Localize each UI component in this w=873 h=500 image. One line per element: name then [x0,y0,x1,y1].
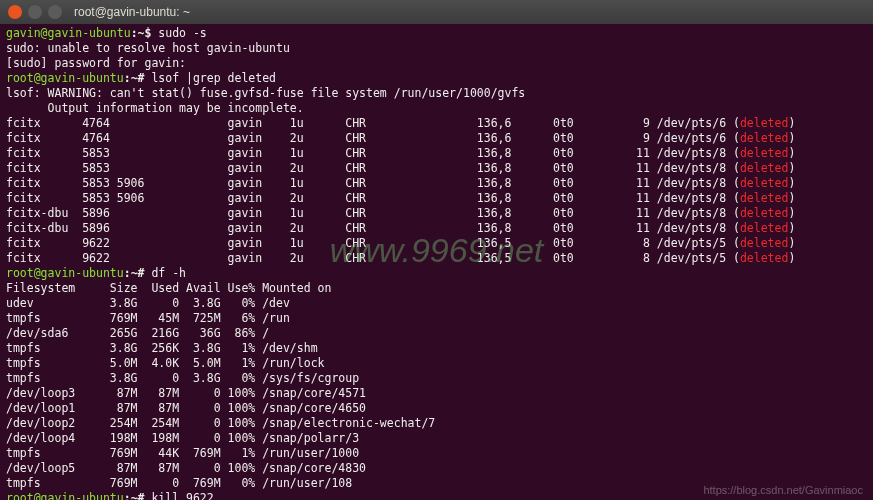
lsof-row: fcitx 9622 gavin 1u CHR 136,5 0t0 8 /dev… [6,236,867,251]
lsof-row: fcitx 4764 gavin 2u CHR 136,6 0t0 9 /dev… [6,131,867,146]
df-row: tmpfs 3.8G 0 3.8G 0% /sys/fs/cgroup [6,371,867,386]
minimize-icon[interactable] [28,5,42,19]
terminal-output[interactable]: gavin@gavin-ubuntu:~$ sudo -ssudo: unabl… [0,24,873,500]
prompt-line: root@gavin-ubuntu:~# df -h [6,266,867,281]
lsof-row: fcitx 5853 5906 gavin 2u CHR 136,8 0t0 1… [6,191,867,206]
window-titlebar: root@gavin-ubuntu: ~ [0,0,873,24]
lsof-row: fcitx-dbu 5896 gavin 2u CHR 136,8 0t0 11… [6,221,867,236]
df-row: /dev/loop4 198M 198M 0 100% /snap/polarr… [6,431,867,446]
df-header: Filesystem Size Used Avail Use% Mounted … [6,281,867,296]
prompt-line: gavin@gavin-ubuntu:~$ sudo -s [6,26,867,41]
df-row: tmpfs 769M 44K 769M 1% /run/user/1000 [6,446,867,461]
lsof-row: fcitx-dbu 5896 gavin 1u CHR 136,8 0t0 11… [6,206,867,221]
output-line: Output information may be incomplete. [6,101,867,116]
df-row: /dev/sda6 265G 216G 36G 86% / [6,326,867,341]
prompt-line: root@gavin-ubuntu:~# lsof |grep deleted [6,71,867,86]
output-line: [sudo] password for gavin: [6,56,867,71]
df-row: udev 3.8G 0 3.8G 0% /dev [6,296,867,311]
df-row: /dev/loop1 87M 87M 0 100% /snap/core/465… [6,401,867,416]
lsof-row: fcitx 4764 gavin 1u CHR 136,6 0t0 9 /dev… [6,116,867,131]
output-line: lsof: WARNING: can't stat() fuse.gvfsd-f… [6,86,867,101]
lsof-row: fcitx 5853 5906 gavin 1u CHR 136,8 0t0 1… [6,176,867,191]
output-line: sudo: unable to resolve host gavin-ubunt… [6,41,867,56]
lsof-row: fcitx 5853 gavin 2u CHR 136,8 0t0 11 /de… [6,161,867,176]
df-row: /dev/loop5 87M 87M 0 100% /snap/core/483… [6,461,867,476]
window-title: root@gavin-ubuntu: ~ [74,5,190,19]
lsof-row: fcitx 9622 gavin 2u CHR 136,5 0t0 8 /dev… [6,251,867,266]
df-row: /dev/loop3 87M 87M 0 100% /snap/core/457… [6,386,867,401]
close-icon[interactable] [8,5,22,19]
footer-link: https://blog.csdn.net/Gavinmiaoc [703,484,863,496]
maximize-icon[interactable] [48,5,62,19]
df-row: /dev/loop2 254M 254M 0 100% /snap/electr… [6,416,867,431]
df-row: tmpfs 769M 45M 725M 6% /run [6,311,867,326]
df-row: tmpfs 3.8G 256K 3.8G 1% /dev/shm [6,341,867,356]
lsof-row: fcitx 5853 gavin 1u CHR 136,8 0t0 11 /de… [6,146,867,161]
df-row: tmpfs 5.0M 4.0K 5.0M 1% /run/lock [6,356,867,371]
